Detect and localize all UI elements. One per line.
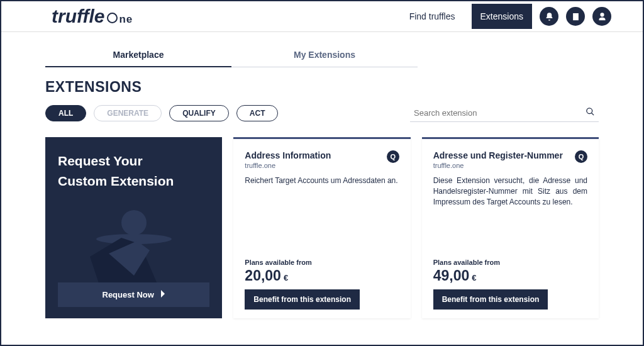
extension-card: Address Information truffle.one Q Reiche… <box>233 137 410 318</box>
card-vendor: truffle.one <box>245 162 331 169</box>
chip-all[interactable]: ALL <box>45 105 86 121</box>
card-head: Address Information truffle.one Q <box>245 150 399 169</box>
nav-right: Find truffles Extensions <box>401 4 611 29</box>
promo-cta-label: Request Now <box>103 290 154 299</box>
logo-suffix: ne <box>107 12 133 26</box>
chip-qualify[interactable]: QUALIFY <box>169 105 229 121</box>
search-box[interactable] <box>410 104 599 122</box>
promo-illustration <box>45 194 222 294</box>
user-icon[interactable] <box>592 7 611 26</box>
bell-icon[interactable] <box>540 7 558 26</box>
plan-label: Plans available from <box>245 259 399 266</box>
promo-card: Request Your Custom Extension Request No… <box>45 137 222 318</box>
card-title: Adresse und Register-Nummer <box>433 150 563 160</box>
chevron-right-icon <box>160 290 165 299</box>
price-currency: € <box>472 273 476 282</box>
price: 49,00€ <box>433 267 587 284</box>
price-value: 49,00 <box>433 267 470 284</box>
card-footer: Plans available from 49,00€ Benefit from… <box>433 259 587 310</box>
chip-generate[interactable]: GENERATE <box>94 105 162 121</box>
plan-label: Plans available from <box>433 259 587 266</box>
logo-main: truffle <box>52 6 104 27</box>
benefit-button[interactable]: Benefit from this extension <box>433 289 548 310</box>
card-badge: Q <box>387 150 399 163</box>
card-title: Address Information <box>245 150 331 160</box>
card-description: Reichert Target Accounts um Adressdaten … <box>245 176 399 186</box>
tab-marketplace[interactable]: Marketplace <box>45 43 231 67</box>
building-icon[interactable] <box>566 7 585 26</box>
header: truffle ne Find truffles Extensions <box>1 1 643 32</box>
promo-title: Request Your Custom Extension <box>58 151 209 191</box>
cards-row: Request Your Custom Extension Request No… <box>45 137 599 318</box>
card-description: Diese Extension versucht, die Adresse un… <box>433 176 587 207</box>
search-icon <box>586 107 595 119</box>
nav-extensions[interactable]: Extensions <box>472 4 532 29</box>
filter-chips: ALL GENERATE QUALIFY ACT <box>45 105 278 121</box>
price-currency: € <box>284 273 288 282</box>
card-head: Adresse und Register-Nummer truffle.one … <box>433 150 587 169</box>
svg-point-1 <box>121 210 147 235</box>
promo-line2: Custom Extension <box>58 174 174 188</box>
extension-card: Adresse und Register-Nummer truffle.one … <box>422 137 599 318</box>
card-vendor: truffle.one <box>433 162 563 169</box>
benefit-button[interactable]: Benefit from this extension <box>245 289 360 310</box>
logo[interactable]: truffle ne <box>52 6 133 27</box>
tab-my-extensions[interactable]: My Extensions <box>231 43 418 67</box>
chip-act[interactable]: ACT <box>236 105 279 121</box>
promo-line1: Request Your <box>58 153 143 168</box>
card-badge: Q <box>575 150 587 163</box>
price-value: 20,00 <box>245 267 281 284</box>
promo-cta[interactable]: Request Now <box>58 282 209 307</box>
page-title: EXTENSIONS <box>45 79 599 96</box>
search-input[interactable] <box>414 108 586 118</box>
price: 20,00€ <box>245 267 399 284</box>
nav-find-truffles[interactable]: Find truffles <box>401 4 464 29</box>
tabs: Marketplace My Extensions <box>45 43 643 67</box>
page-main: EXTENSIONS ALL GENERATE QUALIFY ACT Requ… <box>1 67 643 318</box>
filter-row: ALL GENERATE QUALIFY ACT <box>45 104 599 122</box>
card-footer: Plans available from 20,00€ Benefit from… <box>245 259 399 310</box>
